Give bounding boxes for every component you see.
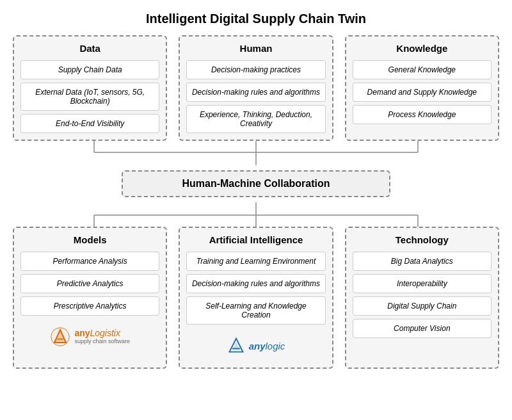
human-box-title: Human: [186, 42, 325, 56]
data-item-2: External Data (IoT, sensors, 5G, Blockch…: [20, 83, 159, 111]
human-box: Human Decision-making practices Decision…: [179, 35, 333, 141]
data-item-1: Supply Chain Data: [20, 60, 159, 79]
anylogistix-name: anyLogistix: [74, 328, 130, 338]
anylogic-name: anylogic: [249, 341, 285, 351]
ai-box: Artificial Intelligence Training and Lea…: [179, 227, 333, 369]
human-item-2: Decision-making rules and algorithms: [186, 83, 325, 102]
knowledge-item-1: General Knowledge: [353, 60, 492, 79]
page-title: Intelligent Digital Supply Chain Twin: [146, 0, 366, 35]
ai-item-3: Self-Learning and Knowledge Creation: [186, 296, 325, 325]
models-item-3: Prescriptive Analytics: [20, 296, 159, 316]
hmc-box: Human-Machine Collaboration: [122, 170, 390, 197]
knowledge-item-2: Demand and Supply Knowledge: [353, 83, 492, 102]
anylogistix-icon: [50, 327, 70, 347]
anylogistix-logo-area: anyLogistix supply chain software: [20, 319, 159, 352]
technology-item-2: Interoperability: [353, 274, 492, 293]
knowledge-box-title: Knowledge: [353, 42, 492, 56]
data-box: Data Supply Chain Data External Data (Io…: [13, 35, 167, 141]
models-box: Models Performance Analysis Predictive A…: [13, 227, 167, 369]
data-item-3: End-to-End Visibility: [20, 114, 159, 133]
anylogic-logo-area: anylogic: [186, 328, 325, 361]
knowledge-item-3: Process Knowledge: [353, 105, 492, 124]
models-item-1: Performance Analysis: [20, 252, 159, 271]
middle-row: Human-Machine Collaboration: [13, 165, 499, 202]
models-item-2: Predictive Analytics: [20, 274, 159, 293]
technology-item-3: Digital Supply Chain: [353, 296, 492, 316]
data-box-title: Data: [20, 42, 159, 56]
anylogic-icon: [227, 337, 245, 355]
human-item-3: Experience, Thinking, Deduction, Creativ…: [186, 105, 325, 133]
models-box-title: Models: [20, 233, 159, 248]
ai-item-2: Decision-making rules and algorithms: [186, 274, 325, 293]
human-item-1: Decision-making practices: [186, 60, 325, 79]
technology-item-1: Big Data Analytics: [353, 252, 492, 271]
top-connectors: [13, 141, 499, 165]
technology-box-title: Technology: [353, 233, 492, 248]
anylogistix-sub: supply chain software: [74, 339, 130, 345]
ai-box-title: Artificial Intelligence: [186, 233, 325, 248]
bottom-connectors: [13, 202, 499, 227]
technology-box: Technology Big Data Analytics Interopera…: [345, 227, 499, 369]
knowledge-box: Knowledge General Knowledge Demand and S…: [345, 35, 499, 141]
ai-item-1: Training and Learning Environment: [186, 252, 325, 271]
technology-item-4: Computer Vision: [353, 319, 492, 338]
